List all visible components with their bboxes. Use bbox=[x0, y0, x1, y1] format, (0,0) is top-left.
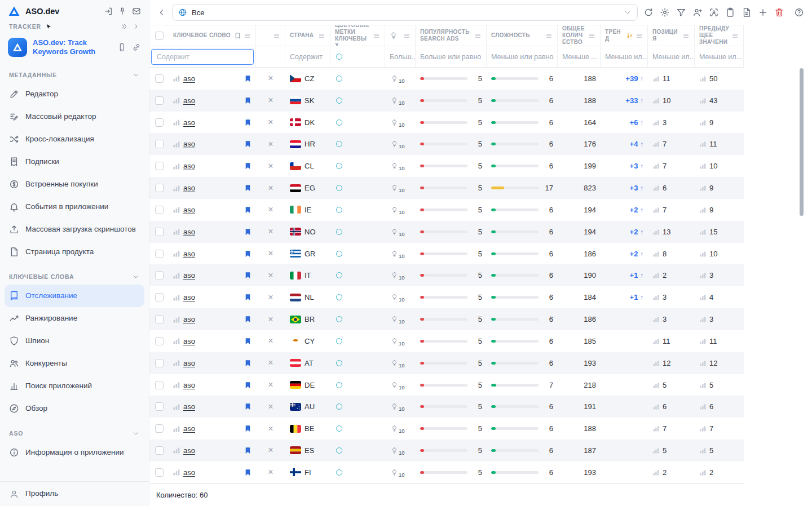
column-header-previous[interactable]: ПРЕДЫДУЩЕЕ ЗНАЧЕНИ bbox=[695, 25, 744, 46]
bookmark-icon[interactable] bbox=[244, 96, 251, 105]
app-card-title[interactable]: ASO.dev: Track Keywords Growth bbox=[33, 38, 112, 57]
column-header-keyword[interactable]: КЛЮЧЕВОЕ СЛОВО bbox=[169, 25, 256, 46]
bulb-icon[interactable] bbox=[391, 272, 398, 279]
row-checkbox[interactable] bbox=[155, 206, 164, 214]
column-menu-icon[interactable] bbox=[474, 32, 482, 39]
sidebar-item[interactable]: Встроенные покупки bbox=[5, 173, 144, 196]
sidebar-section-header[interactable]: ASO bbox=[5, 425, 144, 441]
column-menu-icon[interactable] bbox=[244, 32, 251, 39]
keyword-link[interactable]: aso bbox=[183, 118, 195, 127]
add-icon[interactable] bbox=[758, 7, 768, 17]
row-checkbox[interactable] bbox=[155, 402, 164, 411]
table-row[interactable]: aso×DK1056164+6 ↑39 bbox=[149, 112, 744, 134]
bookmark-icon[interactable] bbox=[244, 74, 251, 83]
filter-previous[interactable]: Меньше ил... bbox=[695, 46, 744, 67]
filter-operator[interactable]: Меньше ил... bbox=[652, 53, 695, 61]
sidebar-item[interactable]: Кросс-локализация bbox=[5, 128, 144, 150]
filter-operator[interactable]: Меньше ... bbox=[562, 53, 597, 61]
color-label-icon[interactable] bbox=[336, 76, 342, 82]
keyword-link[interactable]: aso bbox=[183, 468, 195, 477]
column-header-trend[interactable]: ТРЕНД bbox=[601, 25, 648, 46]
filter-operator[interactable]: Больше или равно bbox=[420, 53, 481, 61]
remove-keyword-button[interactable]: × bbox=[268, 118, 273, 127]
remove-keyword-button[interactable]: × bbox=[268, 446, 273, 455]
sort-desc-icon[interactable] bbox=[626, 32, 633, 39]
chevron-down-icon[interactable] bbox=[132, 429, 140, 437]
table-row[interactable]: aso×IE1056194+2 ↑79 bbox=[149, 199, 744, 221]
column-menu-icon[interactable] bbox=[403, 32, 411, 39]
color-label-icon[interactable] bbox=[336, 338, 342, 344]
table-row[interactable]: aso×EG10517823+3 ↑69 bbox=[149, 177, 744, 199]
keyword-link[interactable]: aso bbox=[183, 446, 195, 455]
keyword-filter-input[interactable] bbox=[151, 49, 254, 65]
bulb-icon[interactable] bbox=[391, 250, 398, 258]
table-row[interactable]: aso×CY10561851111 bbox=[149, 330, 744, 352]
keyword-link[interactable]: aso bbox=[183, 228, 195, 236]
clipboard-icon[interactable] bbox=[725, 7, 735, 17]
bulb-icon[interactable] bbox=[391, 228, 398, 236]
table-row[interactable]: aso×CL1056199+3 ↑710 bbox=[149, 155, 744, 177]
filter-operator[interactable]: Меньше или равно bbox=[491, 53, 554, 61]
phone-icon[interactable] bbox=[117, 43, 126, 52]
sidebar-item[interactable]: Массовая загрузка скриншотов bbox=[5, 218, 144, 241]
bookmark-icon[interactable] bbox=[244, 293, 251, 301]
row-checkbox[interactable] bbox=[155, 424, 164, 433]
column-header-total[interactable]: ОБЩЕЕ КОЛИЧЕСТВО bbox=[558, 25, 601, 46]
color-label-icon[interactable] bbox=[336, 425, 342, 432]
filter-country[interactable]: Содержит bbox=[285, 46, 330, 67]
table-row[interactable]: aso×BE105618877 bbox=[149, 418, 744, 440]
remove-keyword-button[interactable]: × bbox=[268, 358, 273, 367]
color-label-icon[interactable] bbox=[336, 469, 342, 476]
bookmark-icon[interactable] bbox=[244, 184, 251, 192]
remove-keyword-button[interactable]: × bbox=[268, 74, 273, 83]
keyword-link[interactable]: aso bbox=[183, 184, 195, 192]
bookmark-icon[interactable] bbox=[244, 381, 251, 389]
select-all-checkbox[interactable] bbox=[155, 32, 164, 40]
sign-out-icon[interactable] bbox=[104, 7, 113, 16]
color-label-icon[interactable] bbox=[336, 316, 342, 322]
filter-keyword[interactable] bbox=[149, 46, 256, 67]
color-label-icon[interactable] bbox=[336, 119, 342, 126]
keyword-link[interactable]: aso bbox=[183, 140, 195, 148]
vertical-scrollbar[interactable] bbox=[800, 68, 804, 479]
column-header-country[interactable]: СТРАНА bbox=[285, 25, 330, 46]
table-row[interactable]: aso×GR1056186+2 ↑810 bbox=[149, 243, 744, 265]
bookmark-icon[interactable] bbox=[244, 206, 251, 214]
sidebar-item[interactable]: Страница продукта bbox=[5, 241, 144, 263]
collapse-sidebar-icon[interactable] bbox=[120, 23, 128, 30]
keyword-link[interactable]: aso bbox=[183, 337, 195, 345]
table-row[interactable]: aso×AU105619166 bbox=[149, 396, 744, 418]
remove-keyword-button[interactable]: × bbox=[268, 380, 273, 389]
remove-keyword-button[interactable]: × bbox=[268, 402, 273, 411]
column-header-position[interactable]: ПОЗИЦИЯ bbox=[648, 25, 695, 46]
keyword-link[interactable]: aso bbox=[183, 96, 195, 105]
delete-icon[interactable] bbox=[774, 7, 784, 17]
sidebar-item[interactable]: Поиск приложений bbox=[5, 375, 144, 397]
color-label-icon[interactable] bbox=[336, 97, 342, 104]
sidebar-item[interactable]: Отслеживание bbox=[5, 285, 144, 307]
settings-icon[interactable] bbox=[660, 7, 670, 17]
column-menu-icon[interactable] bbox=[273, 32, 280, 39]
column-menu-icon[interactable] bbox=[731, 32, 739, 39]
help-icon[interactable] bbox=[794, 7, 804, 17]
bulb-icon[interactable] bbox=[391, 425, 398, 432]
remove-keyword-button[interactable]: × bbox=[268, 227, 273, 236]
chevron-down-icon[interactable] bbox=[132, 71, 140, 79]
bulb-icon[interactable] bbox=[391, 338, 398, 345]
keyword-link[interactable]: aso bbox=[183, 315, 195, 323]
row-checkbox[interactable] bbox=[155, 140, 164, 148]
column-header-popularity[interactable]: ПОПУЛЯРНОСТЬ SEARCH ADS bbox=[416, 25, 487, 46]
bookmark-icon[interactable] bbox=[244, 468, 251, 477]
filter-bulb[interactable]: Больш... bbox=[385, 46, 416, 67]
row-checkbox[interactable] bbox=[155, 468, 164, 477]
scrollbar-thumb[interactable] bbox=[800, 68, 804, 216]
keyword-link[interactable]: aso bbox=[183, 381, 195, 389]
table-row[interactable]: aso×DE105721855 bbox=[149, 374, 744, 396]
table-row[interactable]: aso×IT1056190+1 ↑23 bbox=[149, 264, 744, 286]
table-row[interactable]: aso×BR105618633 bbox=[149, 308, 744, 330]
color-label-icon[interactable] bbox=[336, 251, 342, 257]
bulb-icon[interactable] bbox=[391, 119, 398, 126]
sidebar-item[interactable]: Подписки bbox=[5, 150, 144, 173]
bulb-icon[interactable] bbox=[391, 403, 398, 410]
color-label-icon[interactable] bbox=[336, 447, 342, 454]
